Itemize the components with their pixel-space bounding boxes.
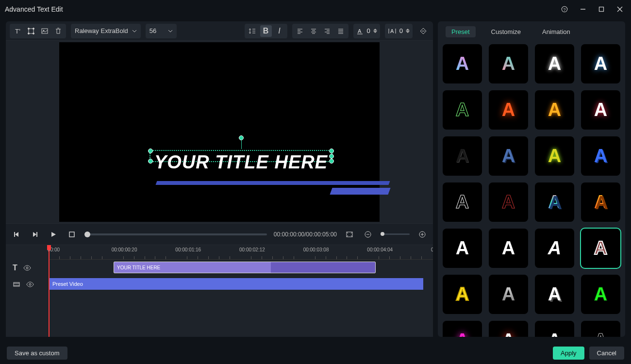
ruler-tick: 00:00:01:16	[175, 247, 201, 252]
font-select[interactable]: Raleway ExtraBold	[71, 24, 141, 38]
ruler-tick: 00:00:00:20	[112, 247, 137, 252]
letter-spacing-control[interactable]: A 0	[353, 24, 380, 38]
svg-text:A: A	[358, 28, 362, 34]
svg-rect-3	[599, 7, 604, 12]
tab-animation[interactable]: Animation	[536, 26, 576, 37]
timeline: 00:0000:00:00:2000:00:01:1600:00:02:1200…	[6, 245, 433, 337]
crop-icon[interactable]	[344, 229, 355, 240]
reset-style-icon[interactable]	[417, 25, 429, 37]
svg-rect-30	[14, 282, 19, 286]
preset-item[interactable]: A	[489, 229, 528, 268]
chevron-down-icon	[132, 29, 137, 33]
ruler-tick: 00:00:03:08	[303, 247, 329, 252]
preset-item[interactable]: A	[535, 182, 574, 222]
svg-point-12	[33, 33, 34, 34]
footer: Save as custom Apply Cancel	[0, 342, 631, 364]
ruler-tick: 00:00:04:04	[367, 247, 393, 252]
video-clip[interactable]: Preset Video	[49, 278, 423, 290]
preset-item[interactable]: A	[443, 275, 482, 314]
visibility-icon[interactable]	[26, 281, 34, 288]
stop-icon[interactable]	[66, 229, 78, 240]
italic-button[interactable]: I	[274, 25, 285, 37]
bold-button[interactable]: B	[260, 25, 272, 37]
preset-item[interactable]: A	[443, 90, 482, 130]
zoom-slider[interactable]	[381, 233, 410, 235]
align-justify-icon[interactable]	[335, 25, 347, 37]
preset-item[interactable]: A	[489, 136, 528, 176]
image-icon[interactable]	[39, 25, 50, 37]
svg-rect-22	[69, 232, 74, 237]
help-icon[interactable]: ?	[561, 6, 568, 13]
tab-customize[interactable]: Customize	[485, 26, 527, 37]
text-track-icon[interactable]: T	[13, 264, 17, 272]
minimize-icon[interactable]	[580, 6, 586, 13]
tab-preset[interactable]: Preset	[446, 26, 476, 37]
timecode: 00:00:00:00/00:00:05:00	[274, 231, 337, 238]
svg-text:A: A	[390, 28, 394, 34]
stepper-up[interactable]	[406, 29, 410, 31]
svg-rect-21	[36, 232, 37, 237]
preset-item[interactable]: A	[443, 182, 482, 222]
preset-item[interactable]: A	[535, 275, 574, 314]
transform-icon[interactable]	[25, 25, 37, 37]
scrub-head[interactable]	[84, 232, 90, 237]
preview-area: YOUR TITLE HERE	[6, 41, 433, 223]
close-icon[interactable]	[616, 6, 623, 13]
preview-canvas[interactable]: YOUR TITLE HERE	[59, 42, 380, 222]
preset-item[interactable]: A	[443, 229, 482, 268]
zoom-in-icon[interactable]	[416, 229, 428, 240]
preset-item[interactable]: A	[535, 90, 574, 130]
preset-item[interactable]: A	[581, 321, 620, 337]
apply-button[interactable]: Apply	[553, 347, 584, 360]
prev-frame-icon[interactable]	[11, 229, 22, 240]
window-title: Advanced Text Edit	[5, 5, 561, 13]
align-center-icon[interactable]	[308, 25, 319, 37]
align-left-icon[interactable]	[294, 25, 306, 37]
preset-item[interactable]: A	[489, 44, 528, 83]
save-custom-button[interactable]: Save as custom	[7, 347, 67, 360]
delete-icon[interactable]	[52, 25, 64, 37]
preset-item[interactable]: A	[489, 275, 528, 314]
fontsize-select[interactable]: 56	[146, 24, 177, 38]
video-track-icon[interactable]	[13, 281, 20, 288]
play-icon[interactable]	[48, 229, 59, 240]
preset-item[interactable]: A	[581, 90, 620, 130]
add-text-icon[interactable]: T+	[12, 25, 23, 37]
stepper-down[interactable]	[373, 31, 377, 33]
preset-item[interactable]: A	[581, 44, 620, 83]
line-height-icon[interactable]	[247, 25, 258, 37]
title-clip[interactable]: YOUR TITLE HERE	[114, 262, 376, 273]
stepper-up[interactable]	[373, 29, 377, 31]
preset-item[interactable]: A	[535, 229, 574, 268]
preset-item[interactable]: A	[535, 136, 574, 176]
visibility-icon[interactable]	[23, 264, 31, 272]
scrub-bar[interactable]	[84, 233, 267, 235]
svg-rect-8	[29, 29, 33, 33]
stepper-down[interactable]	[406, 31, 410, 33]
preset-item[interactable]: A	[581, 136, 620, 176]
preset-item[interactable]: A	[581, 229, 620, 268]
zoom-out-icon[interactable]	[362, 229, 374, 240]
cancel-button[interactable]: Cancel	[589, 347, 624, 360]
playhead[interactable]	[49, 245, 50, 337]
playback-bar: 00:00:00:00/00:00:05:00	[6, 223, 433, 245]
preset-item[interactable]: A	[535, 44, 574, 83]
letter-spacing-icon: A	[356, 27, 364, 35]
preset-item[interactable]: A	[535, 321, 574, 337]
preset-item[interactable]: A	[581, 275, 620, 314]
next-frame-icon[interactable]	[29, 229, 41, 240]
preset-item[interactable]: A	[489, 182, 528, 222]
preset-item[interactable]: A	[581, 182, 620, 222]
preset-item[interactable]: A	[443, 136, 482, 176]
maximize-icon[interactable]	[598, 6, 605, 13]
preset-item[interactable]: A	[489, 321, 528, 337]
preset-item[interactable]: A	[443, 44, 482, 83]
title-element[interactable]: YOUR TITLE HERE	[154, 152, 328, 173]
preset-item[interactable]: A	[489, 90, 528, 130]
align-right-icon[interactable]	[321, 25, 333, 37]
window-controls: ?	[561, 6, 626, 13]
timeline-ruler[interactable]: 00:0000:00:00:2000:00:01:1600:00:02:1200…	[49, 245, 433, 260]
title-text[interactable]: YOUR TITLE HERE	[154, 152, 328, 173]
preset-item[interactable]: A	[443, 321, 482, 337]
char-spacing-control[interactable]: A 0	[385, 24, 413, 38]
